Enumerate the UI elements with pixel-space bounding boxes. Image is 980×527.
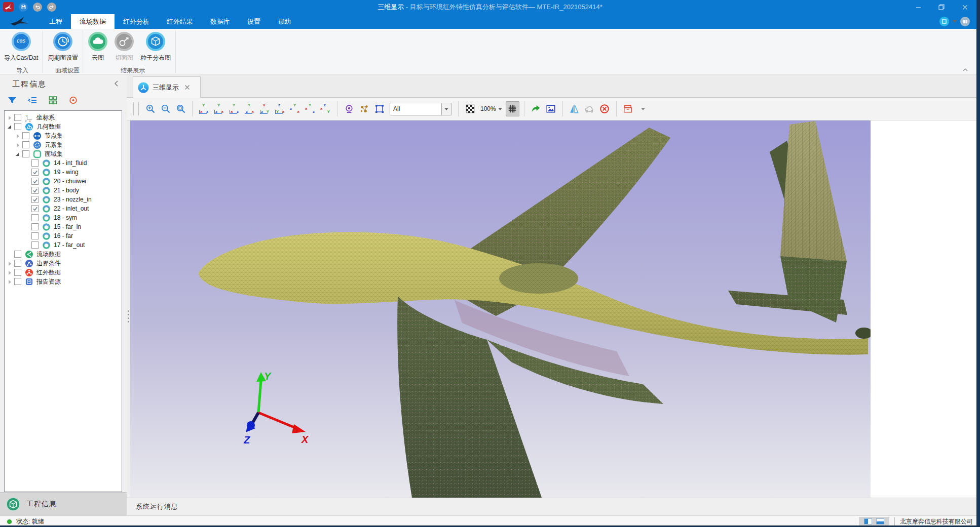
help-about-icon[interactable] xyxy=(960,17,970,26)
redo-button[interactable] xyxy=(47,3,56,12)
tab-3d-view[interactable]: 三维显示 xyxy=(133,76,201,98)
delete-view-icon[interactable] xyxy=(598,101,612,116)
particles-icon[interactable] xyxy=(357,101,371,116)
tree-item[interactable]: 14 - int_fluid xyxy=(5,158,122,168)
menu-item-工程[interactable]: 工程 xyxy=(41,14,71,29)
tree-checkbox[interactable] xyxy=(14,260,21,267)
tree-checkbox[interactable] xyxy=(22,132,29,139)
tree-checkbox[interactable] xyxy=(31,187,39,194)
tree-item[interactable]: 22 - inlet_out xyxy=(5,204,122,213)
box-select-icon[interactable] xyxy=(372,101,386,116)
panel-splitter[interactable] xyxy=(127,98,130,498)
tree-checkbox[interactable] xyxy=(14,278,21,285)
tree-item[interactable]: 18 - sym xyxy=(5,213,122,222)
twisty-icon[interactable] xyxy=(15,151,21,157)
chevron-down-icon[interactable] xyxy=(498,108,502,110)
tree-checkbox[interactable] xyxy=(31,241,39,249)
tree-checkbox[interactable] xyxy=(31,223,39,230)
display-filter-select[interactable]: All xyxy=(390,103,451,115)
zoom-out-icon[interactable] xyxy=(159,101,172,116)
mirror-icon[interactable] xyxy=(568,101,581,116)
zoom-fit-icon[interactable] xyxy=(174,101,187,116)
tree-item[interactable]: 报告资源 xyxy=(5,277,122,286)
share-arrow-icon[interactable] xyxy=(529,101,543,116)
tree-item[interactable]: 边界条件 xyxy=(5,259,122,268)
menu-item-红外结果[interactable]: 红外结果 xyxy=(158,14,202,29)
menu-item-设置[interactable]: 设置 xyxy=(239,14,269,29)
style-switch-icon[interactable] xyxy=(939,17,949,26)
import-casdat-button[interactable]: cas 导入Cas/Dat xyxy=(1,30,41,63)
periodic-face-settings-button[interactable]: 周期面设置 xyxy=(45,30,81,63)
tree-checkbox[interactable] xyxy=(31,205,39,212)
chevron-down-icon[interactable] xyxy=(636,101,650,116)
close-button[interactable] xyxy=(953,0,976,14)
twisty-icon[interactable] xyxy=(7,114,13,121)
screenshot-icon[interactable] xyxy=(544,101,558,116)
tree-checkbox[interactable] xyxy=(31,178,39,185)
twisty-icon[interactable] xyxy=(7,278,13,285)
menu-item-数据库[interactable]: 数据库 xyxy=(202,14,239,29)
view-bottom-icon[interactable]: zYx xyxy=(273,102,287,115)
tab-close-icon[interactable] xyxy=(184,85,190,90)
zoom-in-icon[interactable] xyxy=(143,101,157,116)
grid-toggle-icon[interactable] xyxy=(506,101,519,116)
rotate-view-right-icon[interactable]: zxY xyxy=(319,102,332,115)
tree-item[interactable]: 红外数据 xyxy=(5,268,122,277)
chevron-down-icon[interactable] xyxy=(441,103,451,115)
view-right-icon[interactable]: Yzx xyxy=(243,102,256,115)
view-back-icon[interactable]: Yzx xyxy=(212,102,226,115)
view-top-icon[interactable]: xzY xyxy=(258,102,272,115)
menu-item-红外分析[interactable]: 红外分析 xyxy=(115,14,158,29)
tree-checkbox[interactable] xyxy=(31,159,39,167)
rotate-view-left-icon[interactable]: Yxz xyxy=(304,102,317,115)
zoom-level-select[interactable]: 100% xyxy=(478,101,504,116)
transparency-checker-icon[interactable] xyxy=(463,101,477,116)
view-front-icon[interactable]: Yxz xyxy=(197,102,211,115)
tree-checkbox[interactable] xyxy=(31,232,39,239)
tree-checkbox[interactable] xyxy=(14,269,21,276)
toolbar-drag-handle-icon[interactable] xyxy=(133,102,139,115)
tree-item[interactable]: 20 - chuiwei xyxy=(5,177,122,186)
cloud-share-icon[interactable] xyxy=(583,101,596,116)
tree-item[interactable]: 21 - body xyxy=(5,186,122,195)
minimize-button[interactable] xyxy=(907,0,930,14)
undo-button[interactable] xyxy=(33,3,42,12)
menu-item-帮助[interactable]: 帮助 xyxy=(269,14,299,29)
tree-item[interactable]: 16 - far xyxy=(5,231,122,240)
twisty-icon[interactable] xyxy=(7,269,13,276)
twisty-icon[interactable] xyxy=(15,133,21,139)
render-viewport[interactable]: Y X Z xyxy=(130,120,871,498)
panel-collapse-icon[interactable] xyxy=(114,80,119,87)
twisty-icon[interactable] xyxy=(15,142,21,148)
system-message-bar[interactable]: 系统运行消息 xyxy=(127,498,976,515)
layout-left-panel-icon[interactable] xyxy=(864,518,872,524)
tree-checkbox[interactable] xyxy=(31,169,39,176)
camera-icon[interactable] xyxy=(342,101,356,116)
tree-item[interactable]: 流场数据 xyxy=(5,250,122,259)
twisty-icon[interactable] xyxy=(7,260,13,267)
outline-list-icon[interactable] xyxy=(26,94,39,106)
tree-checkbox[interactable] xyxy=(14,251,21,258)
particle-distribution-button[interactable]: 粒子分布图 xyxy=(137,30,174,63)
twisty-icon[interactable] xyxy=(7,124,13,130)
restore-button[interactable] xyxy=(930,0,953,14)
app-logo-icon[interactable] xyxy=(3,2,14,12)
ribbon-collapse-icon[interactable] xyxy=(963,68,968,72)
panel-footer-tab[interactable]: 工程信息 xyxy=(0,492,127,515)
tree-item[interactable]: 节点集 xyxy=(5,131,122,140)
export-package-icon[interactable] xyxy=(621,101,635,116)
tree-checkbox[interactable] xyxy=(22,150,29,157)
tree-item[interactable]: Yzx坐标系 xyxy=(5,113,122,122)
filter-icon[interactable] xyxy=(6,94,18,106)
grid-view-icon[interactable] xyxy=(47,94,59,106)
tree-checkbox[interactable] xyxy=(31,214,39,221)
tree-item[interactable]: 23 - nozzle_in xyxy=(5,195,122,204)
locate-target-icon[interactable] xyxy=(67,94,79,106)
save-button[interactable] xyxy=(19,3,28,12)
tree-checkbox[interactable] xyxy=(14,123,21,130)
tree-item[interactable]: 几何数据 xyxy=(5,122,122,131)
tree-item[interactable]: 元素集 xyxy=(5,140,122,149)
layout-bottom-panel-icon[interactable] xyxy=(876,518,884,524)
tree-item[interactable]: 17 - far_out xyxy=(5,240,122,250)
tree-item[interactable]: 15 - far_in xyxy=(5,222,122,231)
